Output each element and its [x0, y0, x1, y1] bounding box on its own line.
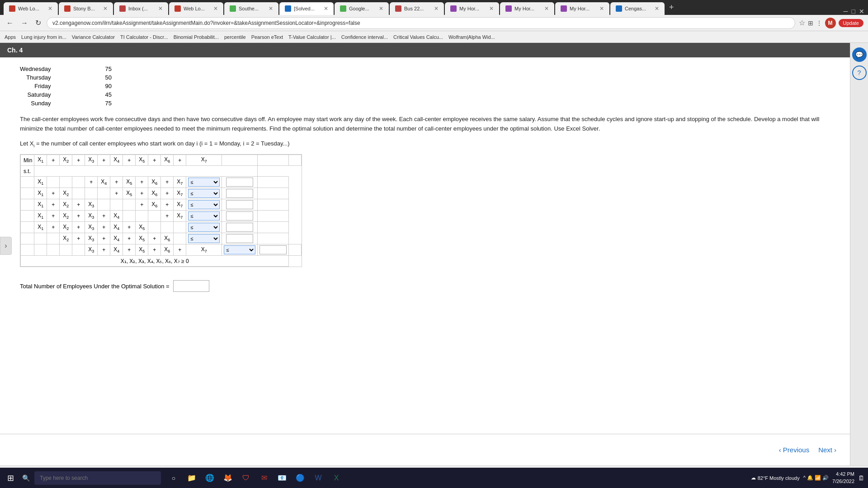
tab-close-button[interactable]: ✕	[489, 5, 494, 12]
obj-plus6: +	[174, 155, 186, 166]
constraint-row-5: X1+X2+ X3+X4 +X5 ≤≥=	[21, 222, 302, 233]
taskbar-chrome-icon[interactable]: 🔵	[292, 470, 308, 486]
taskbar-cortana-icon[interactable]: ○	[165, 470, 182, 486]
tab-close-button[interactable]: ✕	[379, 5, 383, 12]
schedule-day: Friday	[20, 82, 78, 90]
previous-button[interactable]: ‹ Previous	[779, 446, 809, 454]
browser-tab[interactable]: My Hor... ✕	[500, 2, 554, 15]
taskbar-edge-icon[interactable]: 🌐	[202, 470, 218, 486]
tab-label: Web Lo...	[18, 6, 39, 11]
constraint-3-rhs[interactable]	[226, 200, 253, 209]
browser-tab[interactable]: Cengas... ✕	[610, 2, 665, 15]
browser-tab[interactable]: Bus 22... ✕	[390, 2, 444, 15]
bookmark-item[interactable]: Apps	[5, 34, 16, 40]
taskbar-firefox-icon[interactable]: 🦊	[220, 470, 236, 486]
bookmark-item[interactable]: Variance Calculator	[72, 34, 115, 40]
obj-plus2: +	[72, 155, 85, 166]
bookmark-item[interactable]: Critical Values Calcu...	[393, 34, 443, 40]
chat-icon[interactable]: 💬	[852, 47, 867, 62]
tab-close-button[interactable]: ✕	[434, 5, 439, 12]
minimize-button[interactable]: ─	[844, 8, 848, 15]
taskbar-word-icon[interactable]: W	[310, 470, 326, 486]
update-button[interactable]: Update	[839, 19, 863, 27]
tab-close-button[interactable]: ✕	[269, 5, 273, 12]
menu-icon[interactable]: ⋮	[816, 19, 822, 27]
st-row: s.t.	[21, 166, 302, 177]
content-inner: Wednesday 75 Thursday 50 Friday 90 Satur…	[20, 65, 839, 292]
constraint-2-operator[interactable]: ≤≥=	[188, 189, 220, 198]
notification-icon[interactable]: 🗓	[858, 474, 864, 482]
taskbar-excel-icon[interactable]: X	[328, 470, 344, 486]
browser-tab[interactable]: Web Lo... ✕	[169, 2, 223, 15]
constraint-row-7: X3+X4 +X5 +X6 +X7 ≤≥=	[21, 244, 302, 256]
taskbar-search-icon[interactable]: 🔍	[20, 473, 32, 483]
browser-tab[interactable]: Web Lo... ✕	[4, 2, 58, 15]
bookmark-item[interactable]: Wolfram|Alpha Wid...	[448, 34, 495, 40]
browser-tab[interactable]: [Solved... ✕	[279, 2, 334, 15]
expand-button[interactable]: ›	[0, 237, 12, 255]
tab-favicon	[119, 5, 126, 12]
taskbar-search-input[interactable]	[34, 471, 161, 485]
tab-close-button[interactable]: ✕	[599, 5, 604, 12]
schedule-table: Wednesday 75 Thursday 50 Friday 90 Satur…	[20, 65, 839, 108]
browser-tab[interactable]: Google... ✕	[335, 2, 389, 15]
browser-tab[interactable]: Stony B... ✕	[59, 2, 113, 15]
constraint-4-operator[interactable]: ≤≥=	[188, 211, 220, 221]
taskbar: ⊞ 🔍 ○ 📁 🌐 🦊 🛡 ✉ 📧 🔵 W X ☁ 82°F Mostly cl…	[0, 468, 868, 488]
tab-close-button[interactable]: ✕	[213, 5, 218, 12]
tab-favicon	[616, 5, 622, 12]
taskbar-file-icon[interactable]: 📁	[184, 470, 200, 486]
tab-close-button[interactable]: ✕	[103, 5, 108, 12]
constraint-2-rhs[interactable]	[226, 189, 253, 198]
next-button[interactable]: Next ›	[818, 446, 836, 454]
constraint-7-operator[interactable]: ≤≥=	[224, 245, 255, 254]
maximize-button[interactable]: □	[852, 8, 855, 15]
browser-chrome: Web Lo... ✕ Stony B... ✕ Inbox (... ✕ We…	[0, 0, 868, 43]
close-button[interactable]: ✕	[859, 8, 864, 15]
bookmark-item[interactable]: Binomial Probabilit...	[174, 34, 219, 40]
extensions-icon[interactable]: ⊞	[808, 19, 813, 27]
bookmark-item[interactable]: percentile	[224, 34, 246, 40]
bookmark-item[interactable]: Pearson eText	[251, 34, 283, 40]
reload-button[interactable]: ↻	[33, 17, 43, 29]
browser-tab[interactable]: My Hor... ✕	[555, 2, 609, 15]
bookmark-item[interactable]: TI Calculator - Discr...	[120, 34, 168, 40]
schedule-day: Saturday	[20, 90, 78, 99]
constraint-3-operator[interactable]: ≤≥=	[188, 200, 220, 209]
tab-close-button[interactable]: ✕	[655, 5, 659, 12]
constraint-7-rhs[interactable]	[259, 245, 287, 254]
help-icon[interactable]: ?	[852, 66, 867, 80]
constraint-6-rhs[interactable]	[226, 234, 253, 243]
bookmark-item[interactable]: Confidence interval...	[341, 34, 388, 40]
start-button[interactable]: ⊞	[4, 471, 18, 485]
constraint-6-operator[interactable]: ≤≥=	[188, 234, 220, 243]
bookmark-item[interactable]: Lung injury from in...	[21, 34, 66, 40]
constraint-5-rhs[interactable]	[226, 223, 253, 232]
bookmark-item[interactable]: T-Value Calculator |...	[288, 34, 336, 40]
taskbar-outlook-icon[interactable]: 📧	[274, 470, 290, 486]
tab-close-button[interactable]: ✕	[544, 5, 549, 12]
new-tab-button[interactable]: +	[665, 3, 678, 12]
taskbar-bitdefender-icon[interactable]: 🛡	[238, 470, 254, 486]
tab-close-button[interactable]: ✕	[158, 5, 163, 12]
nav-bar: ← → ↻ ☆ ⊞ ⋮ M Update	[0, 15, 868, 32]
obj-x5: X5	[136, 155, 148, 166]
taskbar-mail-icon[interactable]: ✉	[256, 470, 272, 486]
bookmark-icon[interactable]: ☆	[799, 19, 805, 27]
browser-tab[interactable]: Southe... ✕	[224, 2, 278, 15]
total-employees-input[interactable]	[173, 280, 209, 292]
forward-button[interactable]: →	[19, 17, 30, 29]
back-button[interactable]: ←	[5, 17, 15, 29]
schedule-row: Saturday 45	[20, 90, 121, 99]
address-bar[interactable]	[47, 17, 795, 29]
constraint-1-operator[interactable]: ≤≥=	[188, 178, 220, 187]
tab-favicon	[340, 5, 346, 12]
tab-close-button[interactable]: ✕	[324, 5, 328, 12]
profile-avatar[interactable]: M	[825, 18, 836, 28]
browser-tab[interactable]: Inbox (... ✕	[114, 2, 168, 15]
constraint-4-rhs[interactable]	[226, 211, 253, 221]
constraint-5-operator[interactable]: ≤≥=	[188, 223, 220, 232]
browser-tab[interactable]: My Hor... ✕	[445, 2, 499, 15]
constraint-1-rhs[interactable]	[226, 178, 253, 187]
tab-close-button[interactable]: ✕	[48, 5, 52, 12]
